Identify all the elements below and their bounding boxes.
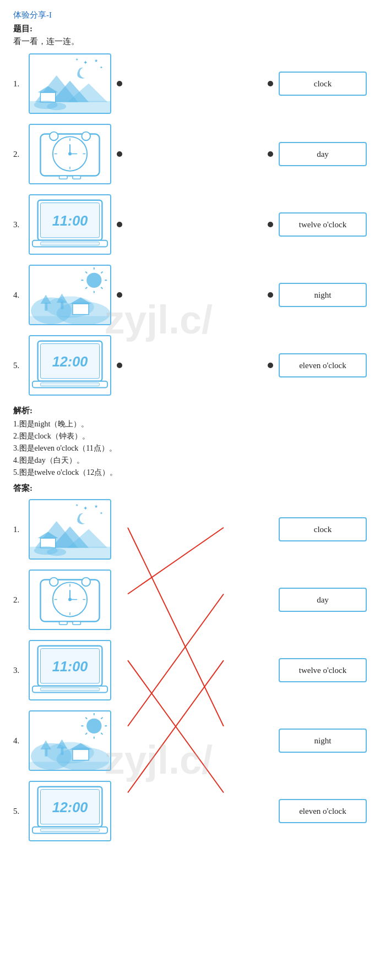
- svg-point-5: [80, 68, 90, 78]
- svg-point-23: [68, 152, 72, 156]
- svg-rect-51: [73, 304, 89, 315]
- svg-rect-109: [61, 748, 63, 755]
- svg-rect-33: [40, 242, 99, 245]
- answer-image-day: [29, 710, 111, 771]
- analysis-item-5: 5.图是twelve o'clock（12点）。: [13, 468, 367, 478]
- analysis-section: 解析: 1.图是night（晚上）。 2.图是clock（钟表）。 3.图是el…: [13, 406, 367, 478]
- matching-row-1: 1. ✦ ★ ✦ ★: [13, 53, 367, 114]
- dot-right-1: [262, 81, 279, 86]
- svg-text:★: ★: [75, 503, 78, 507]
- answer-word-day: day: [279, 588, 367, 612]
- question-label: 题目:: [13, 24, 367, 34]
- svg-rect-119: [40, 829, 99, 832]
- answer-image-night: ✦ ★ ✦ ★: [29, 499, 111, 560]
- dot-left-1: [111, 81, 128, 86]
- image-laptop-eleven: 11:00: [29, 194, 111, 255]
- svg-point-65: [80, 513, 90, 524]
- svg-rect-113: [30, 762, 110, 770]
- row-number-2: 2.: [13, 150, 29, 159]
- analysis-item-2: 2.图是clock（钟表）。: [13, 431, 367, 441]
- word-eleven-oclock: eleven o'clock: [279, 353, 367, 377]
- svg-point-26: [50, 132, 58, 141]
- image-laptop-twelve: 12:00: [29, 335, 111, 396]
- instruction: 看一看，连一连。: [13, 36, 367, 47]
- svg-text:11:00: 11:00: [52, 659, 88, 675]
- answer-row-number-2: 2.: [13, 595, 29, 605]
- answer-word-night: night: [279, 729, 367, 753]
- answer-row-1: 1. ✦ ★ ✦ ★: [13, 499, 367, 560]
- answer-image-laptop-eleven: 11:00: [29, 640, 111, 700]
- dot-left-3: [111, 222, 128, 227]
- answer-row-3: 3. 11:00 twelve o'clock: [13, 640, 367, 700]
- image-day: [29, 265, 111, 325]
- page-title: 体验分享-I: [13, 10, 367, 20]
- matching-row-3: 3. 11:00 twelve o'clock: [13, 194, 367, 255]
- svg-rect-49: [61, 302, 63, 310]
- image-night: ✦ ★ ✦ ★: [29, 53, 111, 114]
- dot-right-5: [262, 363, 279, 368]
- svg-text:✦: ✦: [83, 506, 88, 512]
- answer-image-laptop-twelve: 12:00: [29, 781, 111, 841]
- analysis-item-1: 1.图是night（晚上）。: [13, 419, 367, 429]
- answer-row-number-1: 1.: [13, 525, 29, 534]
- svg-rect-59: [40, 383, 99, 386]
- row-number-4: 4.: [13, 291, 29, 300]
- row-number-1: 1.: [13, 79, 29, 89]
- answer-row-5: 5. 12:00 eleven o'clock: [13, 781, 367, 841]
- svg-rect-107: [45, 749, 47, 757]
- image-clock: [29, 124, 111, 184]
- matching-row-5: 5. 12:00 eleven o'clock: [13, 335, 367, 396]
- row-number-3: 3.: [13, 220, 29, 229]
- row-number-5: 5.: [13, 361, 29, 370]
- answer-container: 1. ✦ ★ ✦ ★: [13, 499, 367, 841]
- svg-point-35: [86, 273, 101, 288]
- svg-rect-93: [40, 688, 99, 691]
- dot-left-4: [111, 292, 128, 298]
- svg-point-27: [82, 132, 90, 141]
- dot-left-2: [111, 151, 128, 157]
- svg-rect-53: [30, 316, 110, 325]
- svg-text:✦: ✦: [100, 512, 103, 516]
- svg-rect-25: [73, 176, 81, 179]
- svg-text:✦: ✦: [83, 60, 88, 66]
- dot-right-2: [262, 151, 279, 157]
- answer-row-2: 2.: [13, 570, 367, 630]
- svg-point-95: [86, 719, 101, 733]
- svg-text:✦: ✦: [100, 66, 103, 70]
- dot-left-5: [111, 363, 128, 368]
- answer-row-4: 4.: [13, 710, 367, 771]
- svg-text:12:00: 12:00: [52, 354, 88, 370]
- svg-rect-24: [59, 176, 68, 179]
- svg-text:★: ★: [94, 504, 98, 509]
- svg-rect-85: [73, 622, 81, 625]
- svg-rect-47: [45, 303, 47, 311]
- exercise-section: 1. ✦ ★ ✦ ★: [13, 53, 367, 396]
- analysis-title: 解析:: [13, 406, 367, 416]
- answer-image-clock: [29, 570, 111, 630]
- svg-text:12:00: 12:00: [52, 800, 88, 815]
- svg-point-86: [50, 578, 58, 587]
- word-clock: clock: [279, 72, 367, 96]
- matching-row-4: 4.: [13, 265, 367, 325]
- dot-right-4: [262, 292, 279, 298]
- answer-title: 答案:: [13, 483, 367, 494]
- svg-point-83: [68, 598, 72, 601]
- answer-row-number-5: 5.: [13, 807, 29, 816]
- svg-rect-111: [73, 750, 89, 760]
- word-night: night: [279, 283, 367, 307]
- answer-word-twelve-oclock: twelve o'clock: [279, 658, 367, 682]
- svg-point-13: [47, 103, 66, 111]
- analysis-item-3: 3.图是eleven o'clock（11点）。: [13, 444, 367, 453]
- matching-row-2: 2.: [13, 124, 367, 184]
- word-day: day: [279, 142, 367, 166]
- answer-word-clock: clock: [279, 517, 367, 541]
- answer-section: 答案: 1. ✦ ★ ✦ ★: [13, 483, 367, 841]
- svg-point-73: [47, 549, 66, 556]
- svg-text:★: ★: [75, 58, 78, 61]
- svg-rect-84: [59, 622, 68, 625]
- word-twelve-oclock: twelve o'clock: [279, 212, 367, 237]
- answer-row-number-3: 3.: [13, 666, 29, 675]
- svg-point-87: [82, 578, 90, 587]
- analysis-item-4: 4.图是day（白天）。: [13, 456, 367, 466]
- answer-word-eleven-oclock: eleven o'clock: [279, 799, 367, 823]
